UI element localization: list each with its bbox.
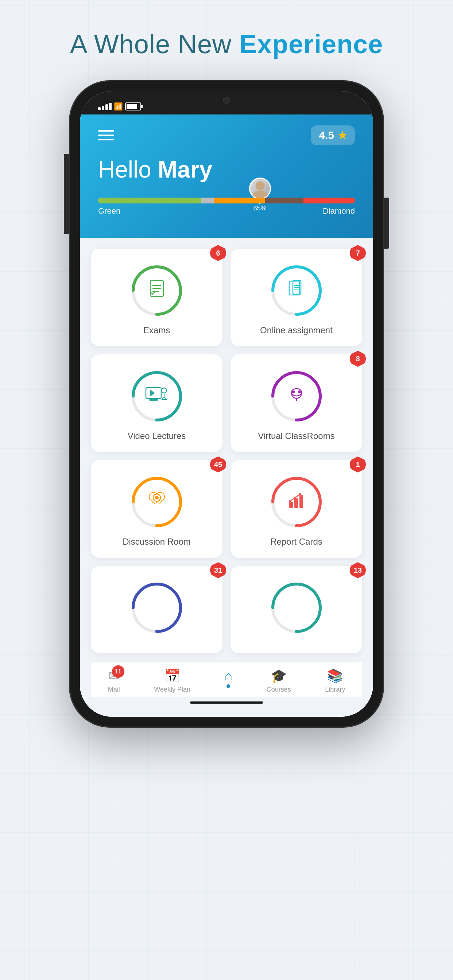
- card-badge-discussion-room: 45: [210, 457, 226, 473]
- signal-bar-1: [98, 107, 100, 110]
- progress-container: 65% Green Diamond: [98, 197, 355, 216]
- progress-percent: 65%: [254, 205, 266, 212]
- card-circle-video-lectures: [129, 369, 184, 424]
- greeting-bold: Mary: [158, 156, 212, 183]
- camera: [223, 97, 230, 104]
- app-header: 4.5 ★ Hello Mary 65%: [80, 115, 373, 238]
- battery-fill: [126, 104, 137, 109]
- svg-point-43: [294, 496, 296, 499]
- card-icon-discussion-room: [144, 489, 170, 515]
- card-circle-item7: [129, 581, 184, 635]
- hamburger-line-3: [98, 139, 114, 140]
- svg-marker-18: [150, 390, 155, 396]
- card-label-virtual-classrooms: Virtual ClassRooms: [258, 431, 335, 441]
- svg-line-24: [161, 397, 164, 399]
- phone-screen: 📶 4.5 ★ Hello Mary: [80, 91, 373, 717]
- nav-icon-weekly-plan: 📅: [164, 668, 180, 684]
- progress-green: [98, 197, 201, 204]
- nav-item-home[interactable]: ⌂: [224, 668, 232, 694]
- card-badge-virtual-classrooms: 8: [350, 351, 366, 367]
- card-virtual-classrooms[interactable]: 8 Virtual ClassRooms: [231, 355, 362, 452]
- progress-labels: Green Diamond: [98, 206, 355, 216]
- nav-icon-home: ⌂: [224, 668, 232, 684]
- wifi-icon: 📶: [114, 102, 123, 111]
- avatar-marker: 65%: [249, 178, 271, 212]
- card-discussion-room[interactable]: 45 Discussion Room: [91, 460, 222, 558]
- card-label-exams: Exams: [144, 325, 170, 336]
- card-online-assignment[interactable]: 7 Online assignment: [231, 249, 362, 346]
- card-circle-virtual-classrooms: [269, 369, 324, 424]
- phone-frame: 📶 4.5 ★ Hello Mary: [70, 81, 383, 727]
- page-title-normal: A Whole New: [70, 30, 239, 59]
- nav-item-mail[interactable]: 11 ✉ Mail: [108, 668, 120, 694]
- status-bar: 📶: [80, 91, 373, 115]
- notch: [172, 91, 281, 110]
- progress-orange: [214, 197, 265, 204]
- progress-gray: [201, 197, 214, 204]
- svg-rect-39: [289, 502, 293, 508]
- card-circle-discussion-room: [129, 475, 184, 530]
- svg-point-36: [155, 496, 159, 500]
- card-report-cards[interactable]: 1 Report Cards: [231, 460, 362, 558]
- signal-bar-3: [105, 104, 108, 110]
- rating-value: 4.5: [319, 129, 334, 142]
- signal-bar-4: [109, 103, 112, 110]
- card-label-discussion-room: Discussion Room: [123, 537, 191, 547]
- nav-item-weekly-plan[interactable]: 📅 Weekly Plan: [154, 668, 190, 694]
- nav-label-library: Library: [325, 686, 345, 694]
- signal-icon: [98, 103, 112, 110]
- level-end: Diamond: [323, 206, 355, 216]
- progress-brown: [265, 197, 304, 204]
- card-badge-report-cards: 1: [350, 457, 366, 473]
- svg-point-30: [292, 390, 295, 393]
- avatar: [249, 178, 271, 199]
- nav-label-courses: Courses: [266, 686, 291, 694]
- card-circle-item8: [269, 581, 324, 635]
- main-content: 6 Exams 7 Online assignment: [80, 238, 373, 717]
- nav-icon-library: 📚: [327, 668, 343, 684]
- level-start: Green: [98, 206, 120, 216]
- card-badge-exams: 6: [210, 245, 226, 261]
- nav-item-courses[interactable]: 🎓 Courses: [266, 668, 291, 694]
- hamburger-line-1: [98, 130, 114, 132]
- card-badge-item8: 13: [350, 562, 366, 578]
- card-label-video-lectures: Video Lectures: [128, 431, 186, 441]
- nav-badge-mail: 11: [112, 665, 124, 678]
- star-icon: ★: [338, 129, 347, 142]
- svg-point-42: [289, 500, 291, 503]
- card-label-report-cards: Report Cards: [270, 537, 322, 547]
- card-exams[interactable]: 6 Exams: [91, 249, 222, 346]
- svg-point-0: [255, 181, 265, 190]
- card-badge-item7: 31: [210, 562, 226, 578]
- active-dot: [226, 684, 230, 688]
- cards-grid: 6 Exams 7 Online assignment: [91, 249, 362, 653]
- card-circle-report-cards: [269, 475, 324, 530]
- svg-line-25: [164, 397, 167, 399]
- card-video-lectures[interactable]: Video Lectures: [91, 355, 222, 452]
- progress-red: [303, 197, 355, 204]
- home-indicator: [190, 702, 263, 704]
- nav-item-library[interactable]: 📚 Library: [325, 668, 345, 694]
- card-item8[interactable]: 13: [231, 566, 362, 653]
- card-label-online-assignment: Online assignment: [260, 325, 333, 336]
- battery-icon: [125, 102, 141, 110]
- card-icon-online-assignment: [286, 277, 308, 304]
- page-title: A Whole New Experience: [70, 29, 383, 59]
- svg-rect-20: [152, 398, 155, 400]
- card-icon-virtual-classrooms: [286, 383, 308, 409]
- rating-badge: 4.5 ★: [311, 126, 355, 145]
- progress-bar: [98, 197, 355, 204]
- header-top: 4.5 ★: [98, 126, 355, 145]
- svg-point-21: [161, 388, 167, 393]
- card-icon-video-lectures: [144, 383, 170, 409]
- bottom-nav: 11 ✉ Mail 📅 Weekly Plan ⌂ 🎓 Courses 📚 Li…: [91, 661, 362, 697]
- menu-button[interactable]: [98, 130, 114, 140]
- page-title-bold: Experience: [239, 30, 383, 59]
- greeting-normal: Hello: [98, 156, 158, 183]
- card-circle-online-assignment: [269, 263, 324, 318]
- svg-point-31: [298, 390, 301, 393]
- svg-rect-40: [294, 498, 298, 508]
- card-icon-exams: [146, 277, 168, 304]
- card-badge-online-assignment: 7: [350, 245, 366, 261]
- card-item7[interactable]: 31: [91, 566, 222, 653]
